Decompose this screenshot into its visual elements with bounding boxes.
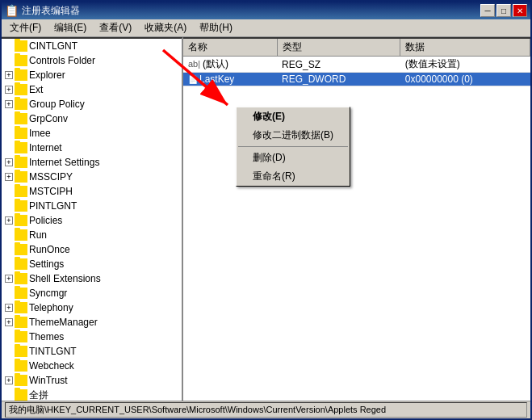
folder-icon [15, 99, 27, 110]
tree-item-telephony[interactable]: + Telephony [2, 300, 182, 315]
tree-label: WinTrust [29, 375, 68, 386]
row-data: (数值未设置) [400, 57, 530, 73]
tree-item-imee[interactable]: Imee [2, 126, 182, 141]
row-name: 📄LastKey [183, 73, 277, 86]
reg-icon: 📄 [188, 75, 198, 84]
restore-button[interactable]: □ [496, 4, 511, 17]
tree-item-runonce[interactable]: RunOnce [2, 242, 182, 257]
expand-btn[interactable]: + [5, 376, 13, 384]
tree-label: PINTLGNT [29, 200, 77, 212]
row-name: ab|(默认) [183, 57, 277, 73]
tree-item-policies[interactable]: + Policies [2, 213, 182, 228]
expand-btn[interactable]: + [5, 216, 13, 225]
tree-item-cintlgnt[interactable]: CINTLGNT [2, 39, 182, 53]
expand-btn[interactable]: + [5, 318, 13, 326]
expand-btn[interactable]: + [5, 100, 13, 108]
tree-item-internet-settings[interactable]: + Internet Settings [2, 155, 182, 170]
folder-icon [15, 389, 27, 401]
tree-label: Settings [29, 258, 64, 270]
expand-btn[interactable]: + [5, 158, 13, 166]
menu-help[interactable]: 帮助(H) [193, 19, 239, 36]
folder-icon [15, 302, 27, 313]
menu-view[interactable]: 查看(V) [93, 19, 138, 36]
tree-panel[interactable]: CINTLGNT Controls Folder + Explorer + Ex… [2, 37, 183, 401]
table-row[interactable]: ab|(默认) REG_SZ (数值未设置) [183, 57, 530, 73]
tree-label: Imee [29, 128, 51, 139]
expand-btn[interactable]: + [5, 275, 13, 283]
folder-icon [15, 113, 27, 124]
folder-icon [15, 128, 27, 139]
context-menu-modify[interactable]: 修改(E) [237, 107, 350, 126]
tree-item-msscipy[interactable]: + MSSCIPY [2, 170, 182, 184]
folder-icon [15, 84, 27, 95]
folder-icon [15, 40, 27, 52]
folder-icon [15, 375, 27, 386]
tree-label: Ext [29, 84, 43, 95]
close-button[interactable]: ✕ [513, 4, 527, 17]
folder-icon [15, 258, 27, 270]
tree-item-explorer[interactable]: + Explorer [2, 68, 182, 82]
tree-item-shell-extensions[interactable]: + Shell Extensions [2, 271, 182, 286]
folder-icon [15, 244, 27, 255]
tree-item-webcheck[interactable]: Webcheck [2, 359, 182, 373]
row-data: 0x00000000 (0) [400, 73, 530, 86]
folder-icon [15, 157, 27, 168]
tree-label: ThemeManager [29, 317, 98, 328]
folder-icon [15, 229, 27, 241]
ab-icon: ab| [188, 59, 200, 69]
tree-item-run[interactable]: Run [2, 228, 182, 242]
registry-table: 名称 类型 数据 ab|(默认) REG_SZ (数值未设置) [183, 39, 530, 86]
folder-icon [15, 346, 27, 357]
window-title: 注册表编辑器 [22, 4, 80, 18]
tree-item-wintrust[interactable]: + WinTrust [2, 373, 182, 388]
tree-label: Explorer [29, 69, 65, 81]
status-bar: 我的电脑\HKEY_CURRENT_USER\Software\Microsof… [2, 401, 530, 418]
tree-label: Syncmgr [29, 288, 67, 299]
folder-icon [15, 186, 27, 197]
tree-item-tintlgnt[interactable]: TINTLGNT [2, 344, 182, 359]
context-menu-modify-binary[interactable]: 修改二进制数据(B) [237, 126, 350, 145]
tree-item-ext[interactable]: + Ext [2, 82, 182, 97]
tree-label: TINTLGNT [29, 346, 77, 357]
tree-item-pintlgnt[interactable]: PINTLGNT [2, 199, 182, 213]
folder-icon [15, 273, 27, 284]
col-data[interactable]: 数据 [400, 39, 530, 57]
expand-btn[interactable]: + [5, 86, 13, 94]
minimize-button[interactable]: ─ [480, 4, 495, 17]
expand-btn[interactable]: + [5, 304, 13, 312]
context-menu[interactable]: 修改(E) 修改二进制数据(B) 删除(D) 重命名(R) [236, 107, 350, 187]
folder-icon [15, 331, 27, 342]
tree-label: Themes [29, 331, 64, 342]
title-bar-left: 📋 注册表编辑器 [5, 4, 80, 18]
tree-item-themes[interactable]: Themes [2, 330, 182, 344]
tree-item-mstciph[interactable]: MSTCIPH [2, 184, 182, 199]
tree-label: Controls Folder [29, 55, 95, 66]
col-type[interactable]: 类型 [277, 39, 400, 57]
tree-item-thememanager[interactable]: + ThemeManager [2, 315, 182, 330]
tree-label: Shell Extensions [29, 273, 101, 284]
menu-file[interactable]: 文件(F) [3, 19, 48, 36]
table-row-selected[interactable]: 📄LastKey REG_DWORD 0x00000000 (0) [183, 73, 530, 86]
expand-btn[interactable]: + [5, 71, 13, 79]
main-content: CINTLGNT Controls Folder + Explorer + Ex… [2, 37, 530, 401]
tree-item-quanjin[interactable]: 全拼 [2, 388, 182, 401]
col-name[interactable]: 名称 [183, 39, 277, 57]
folder-icon [15, 360, 27, 372]
row-type: REG_DWORD [277, 73, 400, 86]
menu-edit[interactable]: 编辑(E) [48, 19, 93, 36]
menu-favorites[interactable]: 收藏夹(A) [138, 19, 193, 36]
tree-label: Run [29, 229, 47, 241]
folder-icon [15, 69, 27, 81]
tree-label: Policies [29, 215, 62, 226]
folder-icon [15, 55, 27, 66]
context-menu-delete[interactable]: 删除(D) [237, 149, 350, 167]
row-type: REG_SZ [277, 57, 400, 73]
context-menu-rename[interactable]: 重命名(R) [237, 167, 350, 186]
tree-item-group-policy[interactable]: + Group Policy [2, 97, 182, 111]
tree-item-controls[interactable]: Controls Folder [2, 53, 182, 68]
tree-item-settings[interactable]: Settings [2, 257, 182, 271]
tree-item-syncmgr[interactable]: Syncmgr [2, 286, 182, 300]
tree-item-grpconv[interactable]: GrpConv [2, 111, 182, 126]
expand-btn[interactable]: + [5, 173, 13, 181]
tree-item-internet[interactable]: Internet [2, 141, 182, 155]
